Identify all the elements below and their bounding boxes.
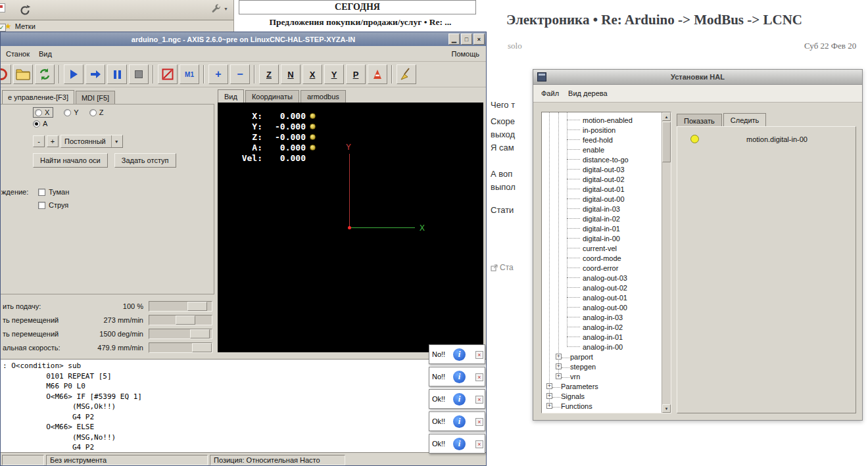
axis-radio[interactable]: Y: [64, 107, 78, 118]
expand-plus-icon[interactable]: +: [556, 373, 562, 379]
hal-tab[interactable]: Показать: [677, 114, 722, 127]
tree-pin-item[interactable]: analog-out-03: [542, 273, 663, 283]
tree-pin-item[interactable]: distance-to-go: [542, 154, 663, 164]
tree-pin-item[interactable]: digital-out-03: [542, 164, 663, 174]
tree-root-item[interactable]: + Parameters: [542, 381, 663, 391]
set-offset-button[interactable]: Задать отступ: [114, 153, 176, 168]
axis-radio[interactable]: X: [33, 107, 53, 118]
jog-minus-button[interactable]: -: [33, 135, 45, 147]
view-button[interactable]: Z: [259, 64, 279, 84]
gcode-line[interactable]: G4 P2: [3, 442, 486, 453]
expand-plus-icon[interactable]: +: [556, 363, 562, 369]
open-file-button[interactable]: [13, 64, 33, 84]
run-button[interactable]: [64, 64, 84, 84]
tree-pin-item[interactable]: digital-out-00: [542, 194, 663, 204]
tree-pin-item[interactable]: analog-out-02: [542, 283, 663, 292]
today-headline-link[interactable]: Предложения покупки/продажи/услуг • Re: …: [234, 17, 487, 28]
tree-branch-item[interactable]: + stepgen: [542, 361, 663, 371]
gcode-line[interactable]: O<M66> IF [#5399 EQ 1]: [3, 392, 486, 402]
close-icon[interactable]: ×: [475, 351, 483, 359]
gcode-line[interactable]: (MSG,No!!): [3, 432, 486, 443]
tree-root-item[interactable]: + Signals: [542, 391, 663, 401]
forum-link-fragment[interactable]: Ста: [491, 263, 514, 272]
jog-mode-dropdown[interactable]: Постоянный ▼: [60, 135, 123, 148]
axis-radio-selected[interactable]: A: [33, 120, 47, 128]
gcode-line[interactable]: O<M66> ELSE: [3, 422, 486, 432]
tree-pin-item[interactable]: current-vel: [542, 243, 663, 253]
hal-tab[interactable]: Следить: [723, 113, 767, 127]
tree-pin-item[interactable]: digital-in-01: [542, 223, 663, 233]
gcode-line[interactable]: (MSG,Ok!!): [3, 402, 486, 412]
close-button[interactable]: ×: [473, 34, 485, 45]
gcode-line[interactable]: G4 P2: [3, 412, 486, 423]
preview-canvas[interactable]: X: 0.000 Y: -0.000 Z: -0.000 A: 0.000 Ve: [218, 103, 483, 352]
notebook-tab[interactable]: е управление-[F3]: [2, 90, 74, 104]
tree-pin-item[interactable]: digital-in-03: [542, 204, 663, 214]
axis-radio[interactable]: Z: [89, 107, 104, 118]
hal-titlebar[interactable]: Установки HAL: [533, 70, 862, 85]
rotate-view-button[interactable]: [368, 64, 387, 84]
menu-help[interactable]: Помощь: [452, 50, 480, 58]
preview-tab[interactable]: Вид: [218, 89, 244, 103]
tree-pin-item[interactable]: coord-error: [542, 263, 663, 273]
home-axis-button[interactable]: Найти начало оси: [33, 153, 108, 168]
slider-track[interactable]: [149, 315, 212, 325]
expand-plus-icon[interactable]: +: [546, 383, 552, 389]
coolant-checkbox[interactable]: Туман: [38, 185, 69, 198]
step-button[interactable]: [85, 64, 105, 84]
expand-plus-icon[interactable]: +: [546, 393, 552, 399]
scroll-up-icon[interactable]: ▲: [662, 112, 671, 121]
tree-pin-item[interactable]: enable: [542, 145, 663, 154]
preview-tab[interactable]: armodbus: [301, 90, 346, 103]
skip-lines-toggle[interactable]: [158, 64, 178, 84]
tree-scrollbar[interactable]: ▲ ▼: [662, 112, 671, 413]
gcode-listing[interactable]: : O<condition> sub 0101 REPEAT [5] M66 P…: [1, 359, 486, 453]
tree-pin-item[interactable]: digital-in-00: [542, 233, 663, 243]
scroll-down-icon[interactable]: ▼: [662, 404, 671, 413]
slider-track[interactable]: [149, 301, 212, 312]
tree-pin-item[interactable]: digital-in-02: [542, 214, 663, 223]
tree-branch-item[interactable]: + vrn: [542, 371, 663, 381]
tree-pin-item[interactable]: analog-in-01: [542, 332, 663, 342]
zoom-in-button[interactable]: +: [208, 64, 228, 84]
menu-item[interactable]: Станок: [6, 50, 30, 58]
scrollbar-thumb[interactable]: [662, 122, 671, 162]
slider-handle[interactable]: [192, 343, 212, 352]
slider-handle[interactable]: [190, 329, 210, 338]
bookmarks-label[interactable]: Метки: [15, 22, 36, 30]
slider-track[interactable]: [149, 329, 212, 339]
coolant-checkbox[interactable]: Струя: [38, 198, 69, 212]
close-icon[interactable]: ×: [475, 418, 483, 426]
tree-pin-item[interactable]: digital-out-02: [542, 174, 663, 184]
maximize-button[interactable]: □: [461, 34, 472, 45]
tree-pin-item[interactable]: coord-mode: [542, 253, 663, 263]
tree-pin-item[interactable]: in-position: [542, 125, 663, 135]
tree-pin-item[interactable]: motion-enabled: [542, 115, 663, 125]
slider-track[interactable]: [149, 342, 212, 353]
preview-tab[interactable]: Координаты: [245, 90, 299, 103]
reload-icon[interactable]: [17, 3, 33, 18]
tree-root-item[interactable]: + Functions: [542, 401, 663, 411]
tree-pin-item[interactable]: feed-hold: [542, 135, 663, 145]
power-button[interactable]: [0, 64, 11, 84]
optional-stop-toggle[interactable]: M1: [180, 64, 199, 84]
tree-pin-item[interactable]: analog-out-01: [542, 292, 663, 302]
view-button[interactable]: X: [302, 64, 322, 84]
tree-pin-item[interactable]: analog-in-03: [542, 312, 663, 322]
pause-button[interactable]: [107, 64, 127, 84]
axis-titlebar[interactable]: arduino_1.ngc - AXIS 2.6.0~pre on LinuxC…: [1, 32, 486, 46]
menu-item[interactable]: Вид дерева: [568, 89, 608, 97]
gcode-line[interactable]: M66 P0 L0: [3, 381, 486, 392]
menu-item[interactable]: Вид: [39, 50, 52, 58]
view-button[interactable]: N: [281, 64, 301, 84]
stop-button[interactable]: [129, 64, 149, 84]
gcode-line[interactable]: : O<condition> sub: [3, 361, 486, 371]
tree-pin-item[interactable]: analog-in-00: [542, 342, 663, 352]
tree-pin-item[interactable]: analog-in-02: [542, 322, 663, 332]
tree-pin-item[interactable]: digital-out-01: [542, 184, 663, 194]
close-icon[interactable]: ×: [475, 440, 483, 448]
close-icon[interactable]: ×: [475, 373, 483, 381]
minimize-button[interactable]: ▁: [448, 34, 460, 45]
tree-branch-item[interactable]: + parport: [542, 352, 663, 361]
notebook-tab[interactable]: MDI [F5]: [76, 91, 115, 104]
